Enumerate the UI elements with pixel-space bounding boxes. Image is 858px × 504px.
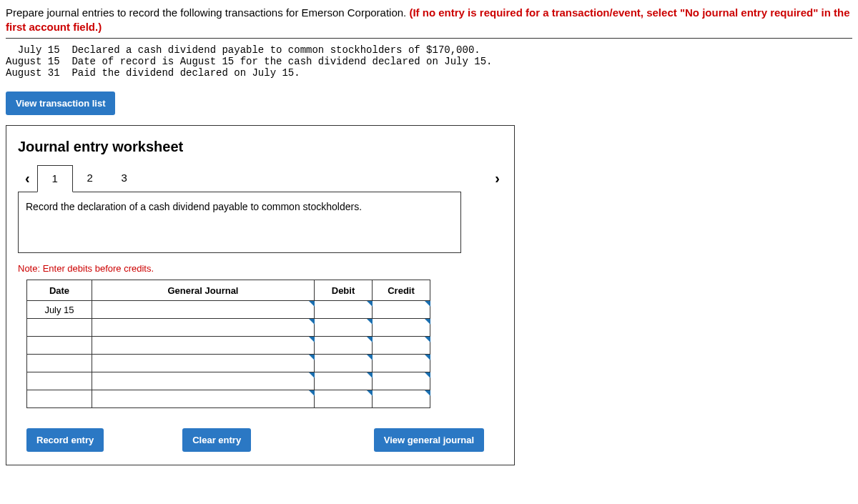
cell-debit[interactable]: [315, 301, 373, 319]
tab-2[interactable]: 2: [73, 165, 107, 191]
cell-debit[interactable]: [315, 355, 373, 372]
instruction-text: Prepare journal entries to record the fo…: [6, 6, 852, 34]
cell-account[interactable]: [92, 319, 315, 337]
table-row: [27, 390, 430, 408]
cell-debit[interactable]: [315, 390, 373, 408]
cell-credit[interactable]: [373, 301, 430, 319]
header-date: Date: [27, 280, 92, 301]
record-entry-button[interactable]: Record entry: [26, 428, 104, 452]
cell-credit[interactable]: [373, 372, 430, 390]
instruction-black: Prepare journal entries to record the fo…: [6, 6, 409, 19]
cell-credit[interactable]: [373, 319, 430, 337]
transaction-list-text: July 15 Declared a cash dividend payable…: [6, 44, 852, 79]
chevron-left-icon[interactable]: ‹: [18, 170, 37, 187]
table-row: [27, 337, 430, 355]
cell-date[interactable]: July 15: [27, 301, 92, 319]
cell-debit[interactable]: [315, 337, 373, 355]
cell-account[interactable]: [92, 355, 315, 372]
table-row: [27, 355, 430, 372]
entry-description: Record the declaration of a cash dividen…: [18, 192, 461, 253]
cell-account[interactable]: [92, 390, 315, 408]
chevron-right-icon[interactable]: ›: [488, 170, 507, 187]
divider: [6, 38, 852, 39]
header-credit: Credit: [373, 280, 430, 301]
cell-credit[interactable]: [373, 355, 430, 372]
table-row: [27, 319, 430, 337]
cell-debit[interactable]: [315, 319, 373, 337]
cell-date[interactable]: [27, 319, 92, 337]
note-text: Note: Enter debits before credits.: [18, 263, 503, 274]
tab-3[interactable]: 3: [107, 165, 142, 191]
cell-date[interactable]: [27, 372, 92, 390]
cell-account[interactable]: [92, 372, 315, 390]
cell-date[interactable]: [27, 390, 92, 408]
button-row: Record entry Clear entry View general jo…: [26, 428, 484, 452]
view-transaction-list-button[interactable]: View transaction list: [6, 92, 115, 115]
journal-table: Date General Journal Debit Credit July 1…: [26, 280, 430, 408]
clear-entry-button[interactable]: Clear entry: [182, 428, 251, 452]
header-debit: Debit: [315, 280, 373, 301]
table-row: July 15: [27, 301, 430, 319]
cell-credit[interactable]: [373, 337, 430, 355]
view-general-journal-button[interactable]: View general journal: [374, 428, 484, 452]
cell-debit[interactable]: [315, 372, 373, 390]
cell-account[interactable]: [92, 337, 315, 355]
cell-credit[interactable]: [373, 390, 430, 408]
cell-date[interactable]: [27, 337, 92, 355]
cell-account[interactable]: [92, 301, 315, 319]
table-header-row: Date General Journal Debit Credit: [27, 280, 430, 301]
tab-row: ‹ 1 2 3 ›: [18, 164, 503, 192]
cell-date[interactable]: [27, 355, 92, 372]
tab-1[interactable]: 1: [37, 165, 73, 192]
worksheet-title: Journal entry worksheet: [18, 139, 503, 155]
journal-worksheet: Journal entry worksheet ‹ 1 2 3 › Record…: [6, 125, 515, 465]
table-row: [27, 372, 430, 390]
header-general-journal: General Journal: [92, 280, 315, 301]
